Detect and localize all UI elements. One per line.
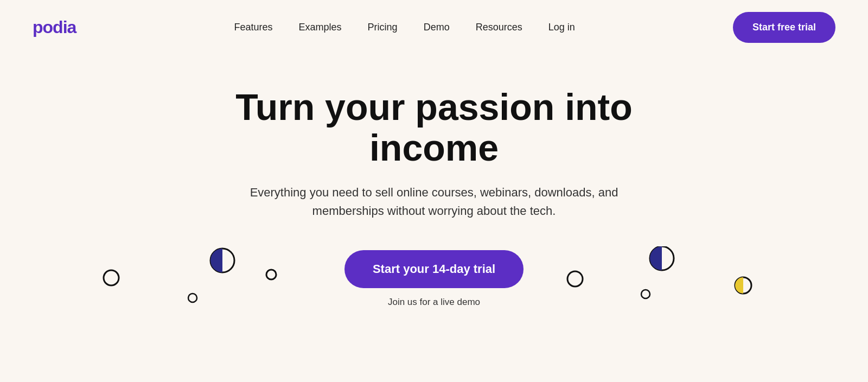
svg-point-1 xyxy=(210,249,234,272)
nav-links: Features Examples Pricing Demo Resources… xyxy=(234,22,575,33)
nav-start-trial-button[interactable]: Start free trial xyxy=(733,12,835,43)
nav-link-demo[interactable]: Demo xyxy=(424,22,450,33)
svg-point-3 xyxy=(188,294,197,302)
hero-trial-button[interactable]: Start your 14-day trial xyxy=(344,250,524,288)
hero-title: Turn your passion into income xyxy=(190,87,678,168)
nav-item-pricing[interactable]: Pricing xyxy=(368,22,398,33)
hero-cta-center: Start your 14-day trial Join us for a li… xyxy=(344,250,524,308)
nav-link-features[interactable]: Features xyxy=(234,22,273,33)
live-demo-link[interactable]: Join us for a live demo xyxy=(388,297,480,308)
hero-section: Turn your passion into income Everything… xyxy=(0,54,868,311)
svg-point-4 xyxy=(567,271,583,286)
logo[interactable]: podia xyxy=(33,17,76,37)
svg-point-6 xyxy=(641,290,650,298)
nav-item-features[interactable]: Features xyxy=(234,22,273,33)
nav-item-login[interactable]: Log in xyxy=(548,22,575,33)
hero-cta-row: Start your 14-day trial Join us for a li… xyxy=(0,246,868,311)
nav-link-login[interactable]: Log in xyxy=(548,22,575,33)
hero-subtitle: Everything you need to sell online cours… xyxy=(250,183,618,220)
nav-link-examples[interactable]: Examples xyxy=(299,22,342,33)
nav-link-pricing[interactable]: Pricing xyxy=(368,22,398,33)
nav-item-examples[interactable]: Examples xyxy=(299,22,342,33)
svg-point-0 xyxy=(104,270,119,285)
nav-item-demo[interactable]: Demo xyxy=(424,22,450,33)
svg-point-7 xyxy=(735,277,751,294)
navbar: podia Features Examples Pricing Demo Res… xyxy=(0,0,868,54)
nav-item-resources[interactable]: Resources xyxy=(476,22,522,33)
svg-point-2 xyxy=(266,270,276,279)
svg-point-5 xyxy=(650,246,674,270)
nav-link-resources[interactable]: Resources xyxy=(476,22,522,33)
